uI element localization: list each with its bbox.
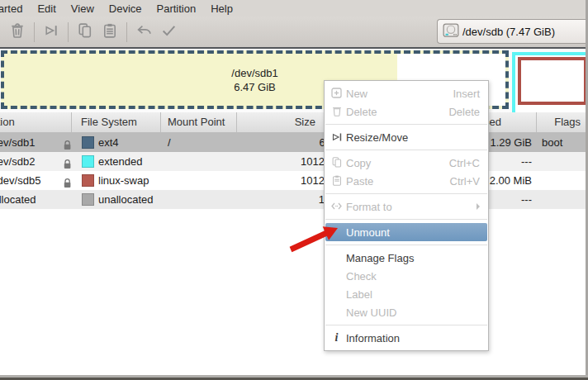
fs-color-swatch: [82, 136, 94, 149]
menu-separator: [325, 219, 487, 220]
context-menu-item-format-to[interactable]: Format to: [325, 197, 488, 216]
mount-point-cell: [161, 190, 237, 209]
device-selector-value: /dev/sdb (7.47 GiB): [462, 26, 555, 38]
paste-button[interactable]: [97, 21, 122, 44]
partition-table: Partition File System Mount Point Size U…: [0, 112, 586, 375]
menu-device[interactable]: Device: [102, 1, 149, 17]
fs-color-swatch: [82, 174, 94, 187]
context-menu-item-paste[interactable]: Paste Ctrl+V: [325, 172, 488, 190]
partition-visual-extended[interactable]: [512, 52, 588, 113]
fs-name: ext4: [98, 133, 119, 152]
table-row-sdb2[interactable]: /dev/sdb2 extended 1012.00 MiB ---: [0, 152, 586, 171]
lock-icon: [63, 137, 72, 152]
partition-size: 6.47 GiB: [234, 80, 276, 94]
partition-context-menu: New Insert Delete Delete Resize/Move Cop…: [324, 80, 489, 351]
table-row-sdb5[interactable]: /dev/sdb5 linux-swap 1012.00 MiB 2.00 Mi…: [0, 171, 586, 190]
menu-view[interactable]: View: [64, 1, 102, 17]
menu-partition[interactable]: Partition: [149, 1, 204, 17]
table-row-sdb1[interactable]: /dev/sdb1 ext4 / 6.47 GiB 1.29 GiB boot: [0, 133, 586, 152]
fs-color-swatch: [82, 193, 94, 206]
menu-separator: [325, 325, 487, 325]
toolbar-separator: [126, 22, 127, 42]
device-selector[interactable]: /dev/sdb (7.47 GiB): [437, 19, 588, 44]
partition-name: /dev/sdb1: [231, 66, 277, 80]
new-icon: [330, 87, 343, 99]
fs-name: linux-swap: [98, 171, 149, 190]
fs-color-swatch: [82, 155, 94, 168]
context-menu-item-unmount[interactable]: Unmount: [325, 223, 487, 241]
column-header-partition[interactable]: Partition: [0, 112, 72, 132]
window-border-bottom: [0, 375, 588, 380]
menubar: GParted Edit View Device Partition Help: [0, 0, 588, 17]
toolbar-separator: [68, 22, 69, 42]
format-to-icon: [330, 200, 343, 212]
context-menu-item-check[interactable]: Check: [325, 267, 488, 285]
partition-visual-swap[interactable]: [518, 57, 587, 105]
column-header-file-system[interactable]: File System: [72, 112, 161, 132]
toolbar: /dev/sdb (7.47 GiB): [0, 17, 588, 47]
disk-visual-panel: /dev/sdb1 6.47 GiB: [0, 47, 588, 113]
flags-cell: [537, 190, 586, 209]
paste-icon: [330, 174, 343, 187]
checkmark-icon: [162, 25, 176, 39]
apply-button[interactable]: [156, 21, 181, 44]
menu-gparted[interactable]: GParted: [0, 1, 30, 17]
toolbar-separator: [34, 22, 35, 42]
partition-cell: unallocated: [0, 190, 36, 209]
undo-button[interactable]: [131, 21, 156, 44]
flags-cell: [537, 171, 586, 190]
column-header-mount-point[interactable]: Mount Point: [161, 112, 237, 132]
resize-arrow-icon: [44, 24, 59, 40]
submenu-arrow-icon: [477, 203, 480, 210]
context-menu-item-information[interactable]: i Information: [325, 329, 488, 347]
hard-drive-icon: [443, 22, 459, 41]
context-menu-item-copy[interactable]: Copy Ctrl+C: [325, 154, 488, 172]
table-header-row: Partition File System Mount Point Size U…: [0, 112, 586, 133]
lock-icon: [63, 175, 72, 190]
fs-name: extended: [98, 152, 143, 171]
copy-button[interactable]: [73, 21, 97, 44]
trash-icon: [330, 105, 343, 117]
partition-cell: /dev/sdb2: [0, 152, 35, 171]
copy-icon: [78, 23, 92, 40]
undo-arrow-icon: [136, 25, 152, 39]
flags-cell: boot: [537, 133, 586, 152]
table-row-unallocated[interactable]: unallocated unallocated 1.00 MiB ---: [0, 190, 586, 209]
column-header-flags[interactable]: Flags: [537, 112, 586, 132]
flags-cell: [537, 152, 586, 171]
shortcut-label: Insert: [453, 88, 480, 100]
context-menu-item-label[interactable]: Label: [325, 285, 488, 303]
mount-point-cell: [161, 171, 237, 190]
lock-icon: [63, 156, 72, 171]
menu-separator: [325, 124, 487, 125]
menu-separator: [325, 193, 487, 194]
shortcut-label: Delete: [448, 106, 480, 118]
fs-name: unallocated: [98, 190, 154, 209]
resize-move-button[interactable]: [39, 21, 64, 44]
gparted-window: { "menubar": { "items": ["GParted", "Edi…: [0, 0, 588, 380]
mount-point-cell: /: [161, 133, 237, 152]
resize-arrow-icon: [330, 131, 343, 143]
shortcut-label: Ctrl+V: [450, 175, 480, 188]
context-menu-item-new-uuid[interactable]: New UUID: [325, 303, 488, 321]
shortcut-label: Ctrl+C: [449, 157, 480, 169]
menu-separator: [325, 150, 487, 150]
info-icon: i: [330, 331, 343, 344]
menu-help[interactable]: Help: [203, 1, 240, 17]
menu-separator: [325, 245, 487, 245]
context-menu-item-delete[interactable]: Delete Delete: [325, 102, 488, 121]
context-menu-item-new[interactable]: New Insert: [325, 84, 488, 102]
trash-icon: [11, 23, 24, 40]
mount-point-cell: [161, 152, 237, 171]
delete-button[interactable]: [5, 21, 30, 44]
context-menu-item-manage-flags[interactable]: Manage Flags: [325, 249, 488, 267]
partition-cell: /dev/sdb5: [0, 171, 40, 190]
partition-cell: /dev/sdb1: [0, 133, 35, 152]
context-menu-item-resize-move[interactable]: Resize/Move: [325, 128, 488, 146]
paste-icon: [103, 23, 116, 40]
menu-edit[interactable]: Edit: [30, 1, 63, 17]
copy-icon: [330, 156, 343, 169]
